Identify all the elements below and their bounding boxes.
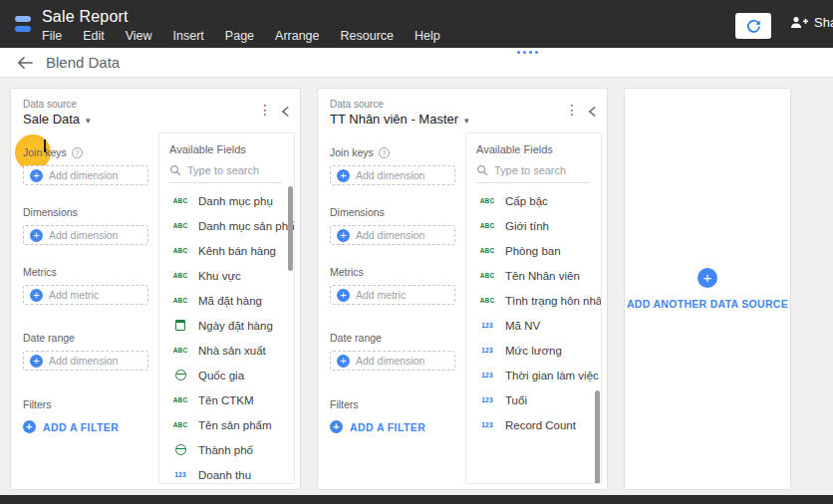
panel-body: Join keys Add dimension Dimensions Add d… — [11, 132, 300, 489]
field-type-number-icon: 123 — [476, 320, 498, 332]
add-filter-label: ADD A FILTER — [350, 421, 425, 433]
share-button[interactable]: Sha — [789, 15, 833, 30]
cursor — [44, 139, 46, 152]
field-type-text-icon: ABC — [476, 270, 498, 282]
drag-handle-dots[interactable] — [517, 51, 538, 54]
dimensions-section: Dimensions Add dimension — [330, 206, 455, 245]
field-item[interactable]: ABCTên CTKM — [169, 387, 294, 412]
collapse-chevron-icon[interactable] — [588, 104, 597, 122]
more-options-icon[interactable] — [565, 103, 579, 117]
menu-item-insert[interactable]: Insert — [173, 29, 204, 43]
join-key-add-dimension[interactable]: Add dimension — [23, 165, 148, 185]
add-icon — [23, 420, 36, 433]
field-item[interactable]: 123Record Count — [476, 412, 601, 437]
add-icon — [30, 229, 43, 242]
collapse-chevron-icon[interactable] — [281, 104, 290, 122]
field-item[interactable]: ABCTên sản phẩm — [169, 412, 294, 437]
available-fields-title: Available Fields — [476, 143, 601, 155]
menu-item-arrange[interactable]: Arrange — [275, 29, 319, 43]
top-bar: Sale Report FileEditViewInsertPageArrang… — [0, 0, 833, 48]
field-item[interactable]: 123Thời gian làm việc — [476, 363, 601, 387]
blend-config-column: Join keys Add dimension Dimensions Add d… — [11, 132, 158, 489]
search-icon — [476, 164, 488, 176]
add-another-data-source-button[interactable]: ADD ANOTHER DATA SOURCE — [627, 268, 788, 310]
chip-placeholder: Add dimension — [49, 229, 118, 241]
menu-item-view[interactable]: View — [126, 29, 152, 43]
refresh-button[interactable] — [735, 13, 771, 39]
menu-bar: FileEditViewInsertPageArrangeResourceHel… — [42, 29, 440, 43]
back-arrow-icon — [16, 55, 33, 71]
data-source-label: Data source — [330, 99, 595, 110]
field-item[interactable]: ABCDanh mục phụ — [169, 188, 294, 213]
menu-item-help[interactable]: Help — [415, 29, 440, 43]
add-data-source-panel: ADD ANOTHER DATA SOURCE — [624, 88, 791, 490]
person-add-icon — [789, 15, 808, 30]
back-button[interactable] — [16, 55, 33, 75]
field-item[interactable]: ABCTình trạng hôn nhân — [476, 288, 601, 313]
field-name: Phòng ban — [505, 245, 561, 257]
field-item[interactable]: 123Doanh thu — [169, 462, 294, 484]
date-range-add-dimension[interactable]: Add dimension — [330, 351, 455, 371]
panel-header: Data source Sale Data — [11, 89, 300, 132]
field-item[interactable]: ABCKhu vực — [169, 263, 294, 288]
add-filter-label: ADD A FILTER — [43, 421, 119, 433]
dimensions-add-dimension[interactable]: Add dimension — [330, 225, 455, 245]
field-item[interactable]: 123Mức lương — [476, 338, 601, 363]
field-search-input[interactable] — [187, 164, 282, 176]
field-name: Ngày đặt hàng — [198, 320, 273, 332]
field-item[interactable]: ABCCấp bậc — [476, 188, 601, 213]
dot — [517, 51, 520, 54]
field-item[interactable]: ABCTên Nhân viên — [476, 263, 601, 288]
add-filter-button[interactable]: ADD A FILTER — [330, 420, 455, 433]
join-key-add-dimension[interactable]: Add dimension — [330, 165, 455, 185]
report-title[interactable]: Sale Report — [42, 8, 129, 26]
metrics-add-metric[interactable]: Add metric — [23, 285, 148, 305]
dot — [535, 51, 538, 54]
help-icon[interactable] — [72, 147, 83, 158]
date-range-label: Date range — [330, 332, 382, 344]
dimensions-section: Dimensions Add dimension — [23, 206, 148, 245]
search-icon — [169, 164, 181, 176]
data-source-selector[interactable]: TT Nhân viên - Master — [330, 112, 469, 126]
date-range-label: Date range — [23, 332, 75, 344]
menu-item-file[interactable]: File — [42, 29, 62, 43]
filters-section: Filters ADD A FILTER — [23, 398, 148, 433]
date-range-add-dimension[interactable]: Add dimension — [23, 351, 148, 371]
join-keys-section: Join keys Add dimension — [330, 146, 455, 185]
blend-header: Blend Data — [0, 48, 833, 78]
field-name: Danh mục phụ — [198, 195, 273, 207]
menu-item-resource[interactable]: Resource — [341, 29, 395, 43]
field-name: Tên sản phẩm — [198, 419, 272, 431]
dimensions-add-dimension[interactable]: Add dimension — [23, 225, 148, 245]
field-item[interactable]: ABCKênh bán hàng — [169, 238, 294, 263]
field-item[interactable]: ABCPhòng ban — [476, 238, 601, 263]
field-item[interactable]: ABCMã đặt hàng — [169, 288, 294, 313]
field-item[interactable]: 123Mã NV — [476, 313, 601, 338]
metrics-label: Metrics — [23, 266, 57, 278]
field-search-input[interactable] — [494, 164, 589, 176]
more-options-icon[interactable] — [258, 103, 272, 117]
field-item[interactable]: ABCGiới tính — [476, 213, 601, 238]
field-item[interactable]: ABCNhà sản xuất — [169, 338, 294, 363]
field-search — [169, 164, 282, 183]
menu-item-edit[interactable]: Edit — [83, 29, 105, 43]
help-icon[interactable] — [379, 147, 390, 158]
scrollbar[interactable] — [595, 390, 600, 484]
data-studio-logo-icon[interactable] — [12, 13, 34, 35]
metrics-add-metric[interactable]: Add metric — [330, 285, 455, 305]
field-item[interactable]: ABCDanh mục sản phẩm — [169, 213, 294, 238]
field-item[interactable]: Quốc gia — [169, 363, 294, 387]
add-icon — [337, 229, 350, 242]
field-item[interactable]: Thành phố — [169, 437, 294, 462]
field-item[interactable]: 123Tuổi — [476, 387, 601, 412]
scrollbar[interactable] — [288, 186, 293, 271]
available-fields-panel: Available Fields ABCCấp bậcABCGiới tínhA… — [465, 132, 602, 484]
add-icon — [337, 355, 350, 368]
dot — [523, 51, 526, 54]
data-source-selector[interactable]: Sale Data — [23, 112, 91, 126]
menu-item-page[interactable]: Page — [225, 29, 254, 43]
add-filter-button[interactable]: ADD A FILTER — [23, 420, 148, 433]
field-type-date-icon — [169, 320, 191, 332]
data-source-name: TT Nhân viên - Master — [330, 112, 458, 126]
field-item[interactable]: Ngày đặt hàng — [169, 313, 294, 338]
